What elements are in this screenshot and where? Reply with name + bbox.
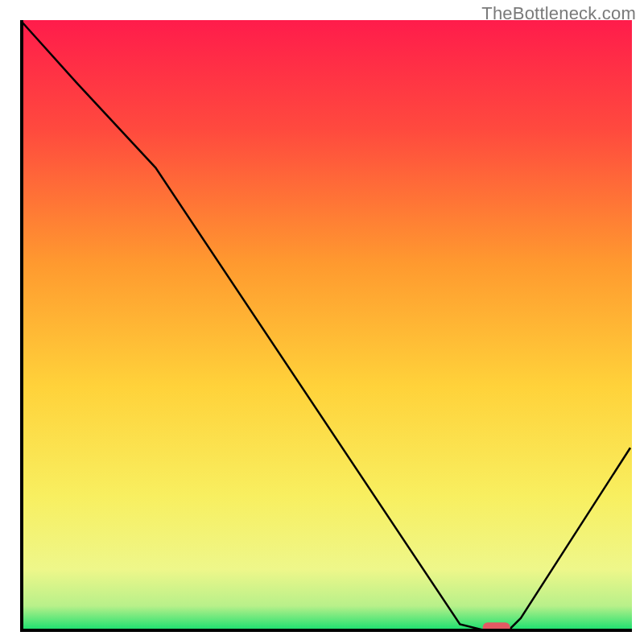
- watermark-text: TheBottleneck.com: [481, 3, 636, 24]
- x-axis: [20, 629, 632, 632]
- axes-frame: [20, 20, 632, 632]
- y-axis: [20, 20, 23, 632]
